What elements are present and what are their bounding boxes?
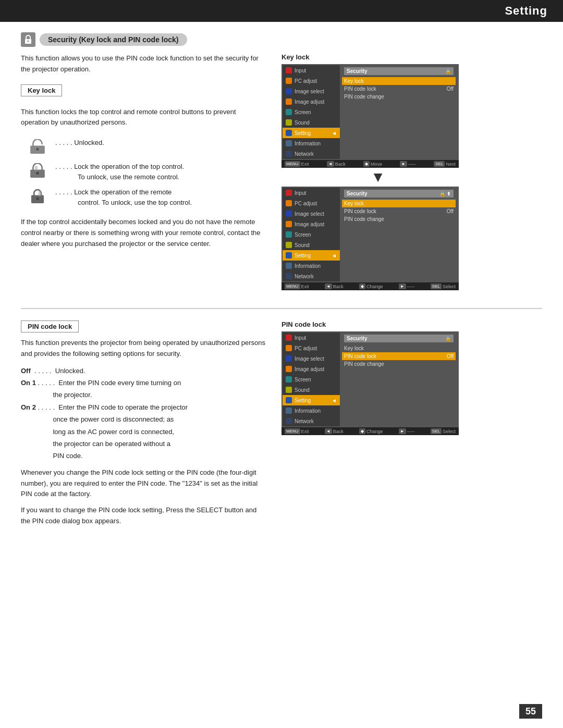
menu3-imageadjust: Image adjust (283, 364, 340, 374)
menu2-network: Network (283, 271, 340, 281)
proj3-pinlock-selected: PIN code lock Off (342, 352, 456, 360)
proj-screen-2: Input PC adjust Image select Image (282, 187, 459, 282)
bottom-exit: MENU Exit (285, 161, 309, 167)
keylock-warning: If the top control accidentally becomes … (21, 217, 266, 249)
pinlock-off: Off . . . . . Unlocked. (21, 365, 266, 377)
bottom3-exit: MENU Exit (285, 428, 309, 434)
menu-network: Network (283, 149, 340, 159)
proj-bottom-bar-1: MENU Exit ◄ Back ◆ Move ► ----- (282, 160, 459, 168)
proj-left-menu-3: Input PC adjust Image select Image (283, 332, 340, 426)
proj2-pinchange: PIN code change (344, 215, 454, 223)
svg-point-3 (36, 148, 39, 151)
menu3-information: Information (283, 405, 340, 416)
page-header: Setting (0, 0, 563, 22)
menu2-imageselect: Image select (283, 208, 340, 219)
proj-bottom-bar-3: MENU Exit ◄ Back ◆ Change ► ----- (282, 427, 459, 435)
proj-right-panel-2: Security 🔒 ⬆ Key lock PIN code lock Off (340, 188, 458, 281)
sound2-icon (286, 242, 292, 248)
input-icon (286, 67, 292, 73)
network-icon (286, 151, 292, 157)
top-lock-icon (26, 162, 49, 180)
svg-point-5 (36, 172, 39, 175)
menu2-sound: Sound (283, 240, 340, 250)
unlocked-icon (26, 138, 49, 156)
remote-lock-icon (26, 187, 49, 206)
menu-setting: Setting ◄ (283, 128, 340, 138)
setting-icon (286, 130, 292, 136)
menu2-input: Input (283, 188, 340, 198)
bottom2-exit: MENU Exit (285, 283, 309, 289)
proj-right-header-2: Security 🔒 ⬆ (344, 190, 454, 198)
icon-row-remote-lock: . . . . . Lock the operation of the remo… (26, 187, 266, 207)
proj-right-header-3: Security 🔒 (344, 335, 454, 342)
menu2-imageadjust: Image adjust (283, 219, 340, 229)
menu2-pcadjust: PC adjust (283, 198, 340, 208)
pinlock-on1: On 1 . . . . . Enter the PIN code every … (21, 377, 266, 401)
imageadjust3-icon (286, 366, 292, 372)
bottom3-dash: ► ----- (399, 428, 415, 434)
proj-screen-1: Input PC adjust Image select Image (282, 64, 459, 160)
imageselect-icon (286, 88, 292, 94)
bottom-next: SEL Next (434, 161, 456, 167)
input2-icon (286, 190, 292, 196)
network2-icon (286, 273, 292, 279)
bottom3-change: ◆ Change (359, 428, 383, 434)
svg-rect-9 (39, 191, 41, 196)
keylock-description: This function locks the top control and … (21, 107, 266, 129)
bottom2-back: ◄ Back (325, 283, 344, 289)
pcadjust3-icon (286, 345, 292, 351)
input3-icon (286, 335, 292, 341)
screen3-label: PIN code lock (282, 320, 474, 328)
section-divider (21, 308, 542, 309)
unlocked-text: Unlocked. (74, 139, 104, 146)
proj-screen-3: Input PC adjust Image select Image (282, 331, 459, 427)
menu3-imageselect: Image select (283, 353, 340, 364)
page-title: Setting (505, 4, 547, 17)
svg-point-8 (36, 198, 39, 200)
sound-icon (286, 119, 292, 126)
unlocked-desc: . . . . . Unlocked. (55, 138, 104, 148)
network3-icon (286, 418, 292, 424)
bottom3-back: ◄ Back (325, 428, 344, 434)
pinlock-on2: On 2 . . . . . Enter the PIN code to ope… (21, 401, 266, 462)
menu-input: Input (283, 65, 340, 76)
screen3-icon (286, 376, 292, 382)
menu3-setting: Setting ◄ (283, 395, 340, 405)
security-icon (21, 32, 35, 47)
information3-icon (286, 408, 292, 414)
menu2-information: Information (283, 261, 340, 271)
pinlock-description: This function prevents the projector fro… (21, 338, 266, 360)
remote-lock-desc: . . . . . Lock the operation of the remo… (55, 187, 192, 207)
setting2-icon (286, 252, 292, 258)
bottom2-select: SEL Select (431, 283, 456, 289)
proj-bottom-bar-2: MENU Exit ◄ Back ◆ Change ► ----- (282, 282, 459, 290)
bottom3-select: SEL Select (431, 428, 456, 434)
unlocked-dots: . . . . . (55, 139, 74, 146)
imageadjust2-icon (286, 221, 292, 227)
screen-icon (286, 109, 292, 115)
menu-information: Information (283, 138, 340, 149)
keylock-label: Key lock (21, 84, 62, 96)
top-lock-desc: . . . . . Lock the operation of the top … (55, 162, 184, 182)
proj3-pinchange: PIN code change (344, 360, 454, 368)
svg-point-1 (28, 41, 29, 42)
menu-imageadjust: Image adjust (283, 96, 340, 107)
keylock-icon-rows: . . . . . Unlocked. (26, 138, 266, 207)
pinlock-options: Off . . . . . Unlocked. On 1 . . . . . E… (21, 365, 266, 462)
security-title: Security (Key lock and PIN code lock) (40, 33, 187, 46)
screen1-label: Key lock (282, 53, 474, 61)
proj-left-menu-1: Input PC adjust Image select Image (283, 65, 340, 159)
svg-rect-6 (35, 166, 38, 171)
security-section-title-bar: Security (Key lock and PIN code lock) (21, 32, 542, 47)
menu-sound: Sound (283, 117, 340, 128)
screen2-icon (286, 231, 292, 238)
setting3-icon (286, 397, 292, 403)
menu3-pcadjust: PC adjust (283, 343, 340, 353)
pcadjust2-icon (286, 200, 292, 206)
proj-left-menu-2: Input PC adjust Image select Image (283, 188, 340, 281)
imageadjust-icon (286, 98, 292, 105)
icon-row-top-lock: . . . . . Lock the operation of the top … (26, 162, 266, 182)
menu3-network: Network (283, 416, 340, 426)
proj-keylock-selected: Key lock (342, 77, 456, 85)
proj2-keylock-selected: Key lock (342, 200, 456, 207)
